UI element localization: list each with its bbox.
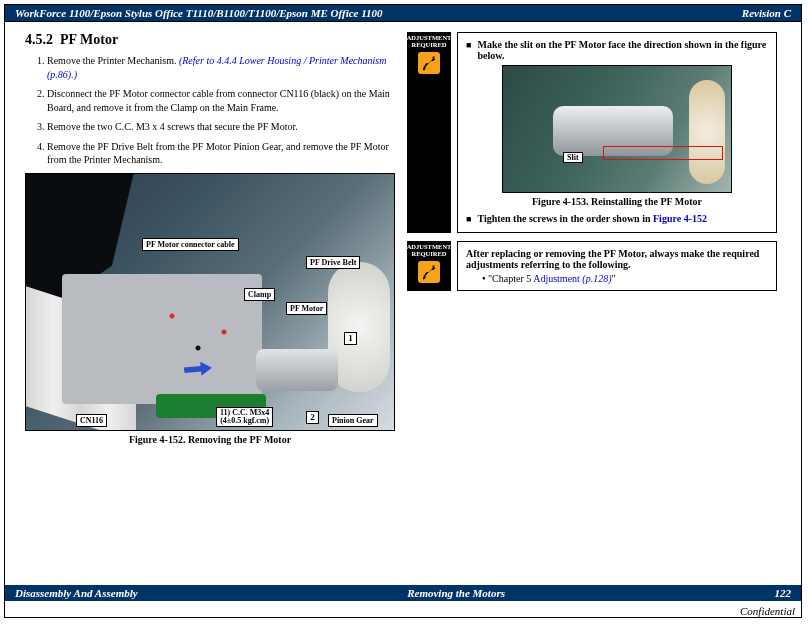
slit-highlight-box [603, 146, 723, 160]
step-text: Remove the two C.C. M3 x 4 screws that s… [47, 121, 298, 132]
left-column: 4.5.2 PF Motor Remove the Printer Mechan… [25, 32, 395, 445]
square-bullet-icon: ■ [466, 213, 471, 226]
content-area: 4.5.2 PF Motor Remove the Printer Mechan… [5, 22, 801, 455]
bullet-text: Make the slit on the PF Motor face the d… [477, 39, 768, 61]
bullet-text: Tighten the screws in the order shown in… [477, 213, 707, 226]
page-header: WorkForce 1100/Epson Stylus Office T1110… [5, 5, 801, 22]
adjustment-required-tag: ADJUSTMENT REQUIRED [407, 32, 451, 233]
bullet-item: ■ Make the slit on the PF Motor face the… [466, 39, 768, 61]
wrench-icon [418, 261, 440, 283]
confidential-label: Confidential [740, 605, 795, 617]
label-pinion: Pinion Gear [328, 414, 378, 427]
step: Remove the Printer Mechanism. (Refer to … [47, 54, 395, 81]
adjustment-tag-text: ADJUSTMENT REQUIRED [407, 34, 452, 49]
figure-4-153-caption: Figure 4-153. Reinstalling the PF Motor [466, 196, 768, 207]
page: WorkForce 1100/Epson Stylus Office T1110… [4, 4, 802, 618]
footer-center: Removing the Motors [407, 587, 505, 599]
ref-post: " [612, 273, 616, 284]
wrench-icon [418, 52, 440, 74]
adjustment-2-text: After replacing or removing the PF Motor… [466, 248, 768, 270]
section-number: 4.5.2 [25, 32, 53, 47]
procedure-list: Remove the Printer Mechanism. (Refer to … [25, 54, 395, 167]
header-right: Revision C [742, 7, 791, 19]
chapter-reference: • "Chapter 5 Adjustment (p.128)" [482, 273, 768, 284]
step: Remove the two C.C. M3 x 4 screws that s… [47, 120, 395, 134]
chapter-link[interactable]: Adjustment [533, 273, 582, 284]
page-ref[interactable]: (p.128) [582, 273, 611, 284]
gear-shape [689, 80, 725, 184]
label-slit: Slit [563, 152, 583, 163]
label-cable: PF Motor connector cable [142, 238, 239, 251]
label-clamp: Clamp [244, 288, 275, 301]
adjustment-1-content: ■ Make the slit on the PF Motor face the… [457, 32, 777, 233]
figure-4-152: PF Motor connector cable PF Drive Belt C… [25, 173, 395, 445]
step: Remove the PF Drive Belt from the PF Mot… [47, 140, 395, 167]
bullet2-pre: Tighten the screws in the order shown in [477, 213, 653, 224]
adjustment-tag-text: ADJUSTMENT REQUIRED [407, 243, 452, 258]
square-bullet-icon: ■ [466, 39, 471, 61]
section-title: 4.5.2 PF Motor [25, 32, 395, 48]
adjustment-box-2: ADJUSTMENT REQUIRED After replacing or r… [407, 241, 777, 291]
screw-order-1: 1 [344, 332, 357, 345]
figure-4-152-caption: Figure 4-152. Removing the PF Motor [25, 434, 395, 445]
figure-link[interactable]: Figure 4-152 [653, 213, 707, 224]
bullet-item: ■ Tighten the screws in the order shown … [466, 213, 768, 226]
screw-order-2: 2 [306, 411, 319, 424]
step-text: Remove the Printer Mechanism. [47, 55, 179, 66]
adjustment-required-tag: ADJUSTMENT REQUIRED [407, 241, 451, 291]
step-text: Disconnect the PF Motor connector cable … [47, 88, 390, 113]
header-left: WorkForce 1100/Epson Stylus Office T1110… [15, 7, 383, 19]
right-column: ADJUSTMENT REQUIRED ■ Make the slit on t… [407, 32, 777, 445]
step: Disconnect the PF Motor connector cable … [47, 87, 395, 114]
page-footer: Disassembly And Assembly Removing the Mo… [5, 585, 801, 601]
footer-left: Disassembly And Assembly [15, 587, 138, 599]
figure-4-153-image: Slit [502, 65, 732, 193]
ref-pre: • "Chapter 5 [482, 273, 533, 284]
label-motor: PF Motor [286, 302, 327, 315]
label-cn116: CN116 [76, 414, 107, 427]
figure-4-152-image: PF Motor connector cable PF Drive Belt C… [25, 173, 395, 431]
step-text: Remove the PF Drive Belt from the PF Mot… [47, 141, 389, 166]
label-screw: 11) C.C. M3x4(4±0.5 kgf.cm) [216, 407, 273, 428]
adjustment-box-1: ADJUSTMENT REQUIRED ■ Make the slit on t… [407, 32, 777, 233]
footer-page: 122 [775, 587, 792, 599]
label-belt: PF Drive Belt [306, 256, 360, 269]
section-name: PF Motor [60, 32, 118, 47]
adjustment-2-content: After replacing or removing the PF Motor… [457, 241, 777, 291]
